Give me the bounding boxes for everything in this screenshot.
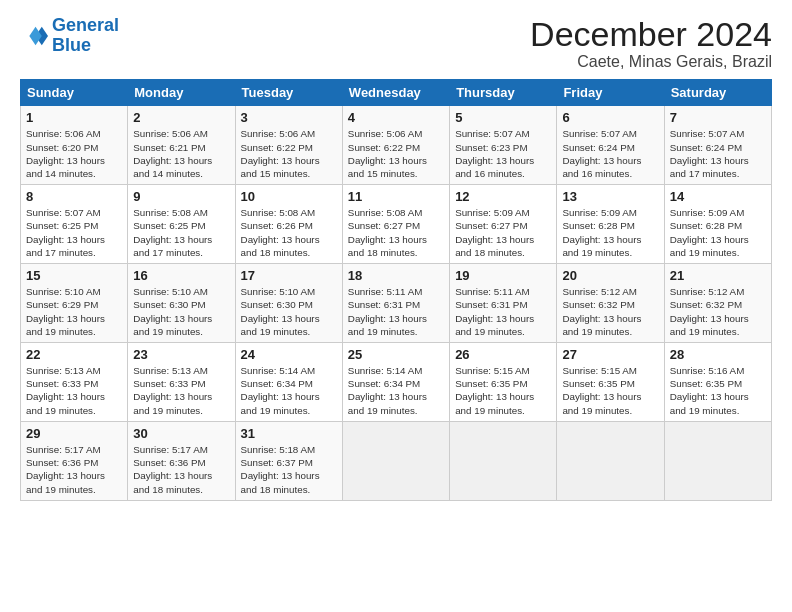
day-number: 10 [241,189,337,204]
header-monday: Monday [128,80,235,106]
day-number: 29 [26,426,122,441]
day-info: Sunrise: 5:13 AMSunset: 6:33 PMDaylight:… [133,364,229,417]
header-sunday: Sunday [21,80,128,106]
day-number: 15 [26,268,122,283]
calendar-cell: 3Sunrise: 5:06 AMSunset: 6:22 PMDaylight… [235,106,342,185]
day-info: Sunrise: 5:16 AMSunset: 6:35 PMDaylight:… [670,364,766,417]
day-number: 4 [348,110,444,125]
day-info: Sunrise: 5:08 AMSunset: 6:26 PMDaylight:… [241,206,337,259]
day-info: Sunrise: 5:06 AMSunset: 6:22 PMDaylight:… [348,127,444,180]
day-info: Sunrise: 5:08 AMSunset: 6:27 PMDaylight:… [348,206,444,259]
day-number: 25 [348,347,444,362]
calendar-cell: 28Sunrise: 5:16 AMSunset: 6:35 PMDayligh… [664,343,771,422]
day-info: Sunrise: 5:11 AMSunset: 6:31 PMDaylight:… [455,285,551,338]
calendar-cell: 15Sunrise: 5:10 AMSunset: 6:29 PMDayligh… [21,264,128,343]
header-thursday: Thursday [450,80,557,106]
header: General Blue December 2024 Caete, Minas … [20,16,772,71]
day-info: Sunrise: 5:14 AMSunset: 6:34 PMDaylight:… [348,364,444,417]
day-info: Sunrise: 5:15 AMSunset: 6:35 PMDaylight:… [455,364,551,417]
day-info: Sunrise: 5:12 AMSunset: 6:32 PMDaylight:… [562,285,658,338]
calendar-cell: 13Sunrise: 5:09 AMSunset: 6:28 PMDayligh… [557,185,664,264]
day-number: 26 [455,347,551,362]
page: General Blue December 2024 Caete, Minas … [0,0,792,511]
calendar-week-2: 8Sunrise: 5:07 AMSunset: 6:25 PMDaylight… [21,185,772,264]
day-number: 16 [133,268,229,283]
calendar-cell: 17Sunrise: 5:10 AMSunset: 6:30 PMDayligh… [235,264,342,343]
calendar-cell: 16Sunrise: 5:10 AMSunset: 6:30 PMDayligh… [128,264,235,343]
day-info: Sunrise: 5:07 AMSunset: 6:24 PMDaylight:… [562,127,658,180]
day-number: 3 [241,110,337,125]
day-info: Sunrise: 5:07 AMSunset: 6:25 PMDaylight:… [26,206,122,259]
day-info: Sunrise: 5:09 AMSunset: 6:27 PMDaylight:… [455,206,551,259]
day-info: Sunrise: 5:17 AMSunset: 6:36 PMDaylight:… [133,443,229,496]
day-info: Sunrise: 5:10 AMSunset: 6:30 PMDaylight:… [133,285,229,338]
day-info: Sunrise: 5:14 AMSunset: 6:34 PMDaylight:… [241,364,337,417]
calendar-cell: 20Sunrise: 5:12 AMSunset: 6:32 PMDayligh… [557,264,664,343]
calendar-cell: 14Sunrise: 5:09 AMSunset: 6:28 PMDayligh… [664,185,771,264]
calendar-cell: 22Sunrise: 5:13 AMSunset: 6:33 PMDayligh… [21,343,128,422]
day-number: 9 [133,189,229,204]
calendar-cell: 5Sunrise: 5:07 AMSunset: 6:23 PMDaylight… [450,106,557,185]
calendar-cell: 25Sunrise: 5:14 AMSunset: 6:34 PMDayligh… [342,343,449,422]
calendar-cell [450,421,557,500]
calendar-week-4: 22Sunrise: 5:13 AMSunset: 6:33 PMDayligh… [21,343,772,422]
day-info: Sunrise: 5:09 AMSunset: 6:28 PMDaylight:… [562,206,658,259]
day-number: 24 [241,347,337,362]
calendar-cell: 12Sunrise: 5:09 AMSunset: 6:27 PMDayligh… [450,185,557,264]
day-number: 2 [133,110,229,125]
logo-icon [20,22,48,50]
day-number: 23 [133,347,229,362]
calendar-week-5: 29Sunrise: 5:17 AMSunset: 6:36 PMDayligh… [21,421,772,500]
day-info: Sunrise: 5:06 AMSunset: 6:21 PMDaylight:… [133,127,229,180]
title-block: December 2024 Caete, Minas Gerais, Brazi… [530,16,772,71]
logo-text: General Blue [52,16,119,56]
day-info: Sunrise: 5:07 AMSunset: 6:24 PMDaylight:… [670,127,766,180]
day-info: Sunrise: 5:13 AMSunset: 6:33 PMDaylight:… [26,364,122,417]
calendar-cell [664,421,771,500]
day-info: Sunrise: 5:06 AMSunset: 6:22 PMDaylight:… [241,127,337,180]
day-info: Sunrise: 5:15 AMSunset: 6:35 PMDaylight:… [562,364,658,417]
header-friday: Friday [557,80,664,106]
location-title: Caete, Minas Gerais, Brazil [530,53,772,71]
day-info: Sunrise: 5:09 AMSunset: 6:28 PMDaylight:… [670,206,766,259]
calendar-cell: 31Sunrise: 5:18 AMSunset: 6:37 PMDayligh… [235,421,342,500]
day-number: 1 [26,110,122,125]
day-number: 27 [562,347,658,362]
header-tuesday: Tuesday [235,80,342,106]
day-number: 7 [670,110,766,125]
calendar-cell: 9Sunrise: 5:08 AMSunset: 6:25 PMDaylight… [128,185,235,264]
day-info: Sunrise: 5:07 AMSunset: 6:23 PMDaylight:… [455,127,551,180]
calendar-cell [342,421,449,500]
calendar-cell: 4Sunrise: 5:06 AMSunset: 6:22 PMDaylight… [342,106,449,185]
day-number: 8 [26,189,122,204]
calendar-cell: 7Sunrise: 5:07 AMSunset: 6:24 PMDaylight… [664,106,771,185]
day-info: Sunrise: 5:10 AMSunset: 6:29 PMDaylight:… [26,285,122,338]
calendar-cell: 24Sunrise: 5:14 AMSunset: 6:34 PMDayligh… [235,343,342,422]
day-number: 20 [562,268,658,283]
day-number: 31 [241,426,337,441]
day-number: 17 [241,268,337,283]
day-number: 12 [455,189,551,204]
svg-marker-1 [29,26,41,45]
header-wednesday: Wednesday [342,80,449,106]
calendar-cell: 18Sunrise: 5:11 AMSunset: 6:31 PMDayligh… [342,264,449,343]
calendar-cell: 23Sunrise: 5:13 AMSunset: 6:33 PMDayligh… [128,343,235,422]
day-info: Sunrise: 5:08 AMSunset: 6:25 PMDaylight:… [133,206,229,259]
calendar-table: Sunday Monday Tuesday Wednesday Thursday… [20,79,772,500]
weekday-header-row: Sunday Monday Tuesday Wednesday Thursday… [21,80,772,106]
calendar-cell: 11Sunrise: 5:08 AMSunset: 6:27 PMDayligh… [342,185,449,264]
day-info: Sunrise: 5:12 AMSunset: 6:32 PMDaylight:… [670,285,766,338]
calendar-cell: 27Sunrise: 5:15 AMSunset: 6:35 PMDayligh… [557,343,664,422]
calendar-cell: 6Sunrise: 5:07 AMSunset: 6:24 PMDaylight… [557,106,664,185]
day-number: 5 [455,110,551,125]
calendar-cell: 29Sunrise: 5:17 AMSunset: 6:36 PMDayligh… [21,421,128,500]
day-info: Sunrise: 5:11 AMSunset: 6:31 PMDaylight:… [348,285,444,338]
header-saturday: Saturday [664,80,771,106]
calendar-cell: 19Sunrise: 5:11 AMSunset: 6:31 PMDayligh… [450,264,557,343]
month-title: December 2024 [530,16,772,53]
calendar-cell: 2Sunrise: 5:06 AMSunset: 6:21 PMDaylight… [128,106,235,185]
calendar-cell: 26Sunrise: 5:15 AMSunset: 6:35 PMDayligh… [450,343,557,422]
day-info: Sunrise: 5:18 AMSunset: 6:37 PMDaylight:… [241,443,337,496]
day-number: 13 [562,189,658,204]
day-info: Sunrise: 5:17 AMSunset: 6:36 PMDaylight:… [26,443,122,496]
